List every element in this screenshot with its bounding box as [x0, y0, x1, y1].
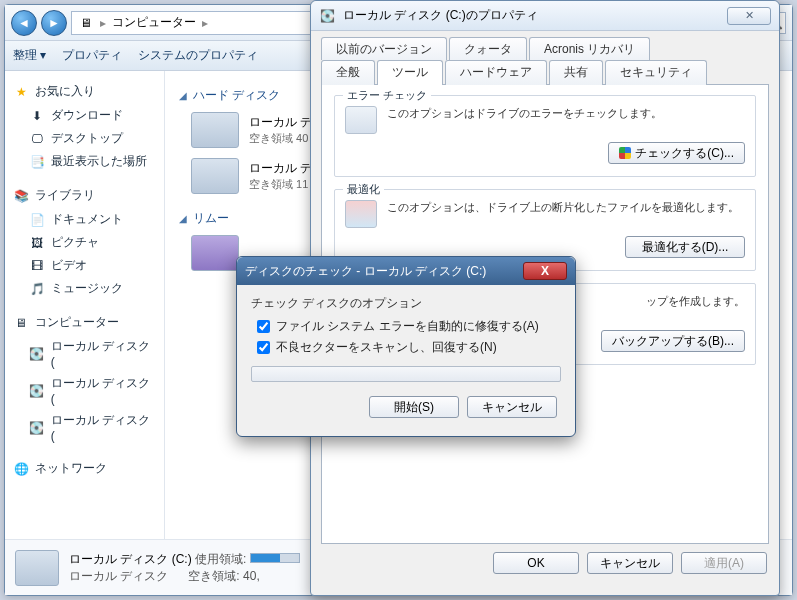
group-text: このオプションはドライブのエラーをチェックします。 — [387, 106, 745, 121]
progress-bar — [251, 366, 561, 382]
tab-acronis[interactable]: Acronis リカバリ — [529, 37, 650, 60]
status-free-value: 40, — [243, 569, 260, 583]
drive-icon: 💽 — [319, 8, 335, 24]
document-icon: 📄 — [29, 212, 45, 228]
close-button[interactable]: ✕ — [727, 7, 771, 25]
drive-icon: 💽 — [29, 383, 45, 399]
start-button[interactable]: 開始(S) — [369, 396, 459, 418]
favorites-head[interactable]: ★お気に入り — [9, 79, 160, 104]
status-free-label: 空き領域: — [188, 569, 239, 583]
chevron-right-icon: ▸ — [202, 16, 208, 30]
computer-icon: 🖥 — [78, 15, 94, 31]
cancel-button[interactable]: キャンセル — [587, 552, 673, 574]
group-legend: 最適化 — [343, 182, 384, 197]
checkdisk-body: チェック ディスクのオプション ファイル システム エラーを自動的に修復する(A… — [237, 285, 575, 436]
dialog-buttons: OK キャンセル 適用(A) — [311, 544, 779, 582]
properties-title: ローカル ディスク (C:)のプロパティ — [343, 7, 538, 24]
sidebar-item-downloads[interactable]: ⬇ダウンロード — [9, 104, 160, 127]
drive-icon — [15, 550, 59, 586]
backup-button[interactable]: バックアップする(B)... — [601, 330, 745, 352]
floppy-icon — [191, 235, 239, 271]
network-head[interactable]: 🌐ネットワーク — [9, 456, 160, 481]
drive-icon — [191, 112, 239, 148]
forward-button[interactable]: ► — [41, 10, 67, 36]
option-autofix[interactable]: ファイル システム エラーを自動的に修復する(A) — [257, 318, 561, 335]
usage-bar — [250, 553, 300, 563]
download-icon: ⬇ — [29, 108, 45, 124]
tab-quota[interactable]: クォータ — [449, 37, 527, 60]
check-icon — [345, 106, 377, 134]
apply-button[interactable]: 適用(A) — [681, 552, 767, 574]
chevron-down-icon: ◢ — [179, 213, 187, 224]
options-label: チェック ディスクのオプション — [251, 295, 561, 312]
sidebar-item-localdisk[interactable]: 💽ローカル ディスク ( — [9, 409, 160, 446]
tab-hardware[interactable]: ハードウェア — [445, 60, 547, 85]
drive-icon: 💽 — [29, 420, 45, 436]
close-button[interactable]: X — [523, 262, 567, 280]
system-properties-button[interactable]: システムのプロパティ — [138, 47, 258, 64]
shield-icon — [619, 147, 631, 159]
back-button[interactable]: ◄ — [11, 10, 37, 36]
recent-icon: 📑 — [29, 154, 45, 170]
sidebar-item-desktop[interactable]: 🖵デスクトップ — [9, 127, 160, 150]
checkbox-scan-recover[interactable] — [257, 341, 270, 354]
sidebar-item-localdisk[interactable]: 💽ローカル ディスク ( — [9, 335, 160, 372]
tab-security[interactable]: セキュリティ — [605, 60, 707, 85]
sidebar-item-music[interactable]: 🎵ミュージック — [9, 277, 160, 300]
network-icon: 🌐 — [13, 461, 29, 477]
group-text: このオプションは、ドライブ上の断片化したファイルを最適化します。 — [387, 200, 745, 215]
cancel-button[interactable]: キャンセル — [467, 396, 557, 418]
tab-sharing[interactable]: 共有 — [549, 60, 603, 85]
video-icon: 🎞 — [29, 258, 45, 274]
breadcrumb-root[interactable]: コンピューター — [112, 14, 196, 31]
status-type: ローカル ディスク — [69, 569, 168, 583]
properties-button[interactable]: プロパティ — [62, 47, 122, 64]
chevron-down-icon: ◢ — [179, 90, 187, 101]
ok-button[interactable]: OK — [493, 552, 579, 574]
status-used-label: 使用領域: — [195, 552, 246, 566]
computer-head[interactable]: 🖥コンピューター — [9, 310, 160, 335]
star-icon: ★ — [13, 84, 29, 100]
libraries-head[interactable]: 📚ライブラリ — [9, 183, 160, 208]
checkbox-autofix[interactable] — [257, 320, 270, 333]
checkdisk-titlebar[interactable]: ディスクのチェック - ローカル ディスク (C:) X — [237, 257, 575, 285]
group-legend: エラー チェック — [343, 88, 431, 103]
sidebar-item-documents[interactable]: 📄ドキュメント — [9, 208, 160, 231]
sidebar: ★お気に入り ⬇ダウンロード 🖵デスクトップ 📑最近表示した場所 📚ライブラリ … — [5, 71, 165, 539]
defrag-icon — [345, 200, 377, 228]
drive-icon: 💽 — [29, 346, 45, 362]
library-icon: 📚 — [13, 188, 29, 204]
checkdisk-dialog: ディスクのチェック - ローカル ディスク (C:) X チェック ディスクのオ… — [236, 256, 576, 437]
music-icon: 🎵 — [29, 281, 45, 297]
computer-icon: 🖥 — [13, 315, 29, 331]
option-scan-recover[interactable]: 不良セクターをスキャンし、回復する(N) — [257, 339, 561, 356]
defrag-button[interactable]: 最適化する(D)... — [625, 236, 745, 258]
tab-general[interactable]: 全般 — [321, 60, 375, 85]
drive-icon — [191, 158, 239, 194]
chevron-right-icon: ▸ — [100, 16, 106, 30]
status-name: ローカル ディスク (C:) — [69, 552, 192, 566]
organize-menu[interactable]: 整理 ▾ — [13, 47, 46, 64]
sidebar-item-localdisk[interactable]: 💽ローカル ディスク ( — [9, 372, 160, 409]
tab-tools[interactable]: ツール — [377, 60, 443, 85]
desktop-icon: 🖵 — [29, 131, 45, 147]
properties-titlebar[interactable]: 💽 ローカル ディスク (C:)のプロパティ ✕ — [311, 1, 779, 31]
pictures-icon: 🖼 — [29, 235, 45, 251]
check-now-button[interactable]: チェックする(C)... — [608, 142, 745, 164]
checkdisk-title: ディスクのチェック - ローカル ディスク (C:) — [245, 263, 486, 280]
group-error-check: エラー チェック このオプションはドライブのエラーをチェックします。 チェックす… — [334, 95, 756, 177]
sidebar-item-videos[interactable]: 🎞ビデオ — [9, 254, 160, 277]
sidebar-item-recent[interactable]: 📑最近表示した場所 — [9, 150, 160, 173]
tab-previous-versions[interactable]: 以前のバージョン — [321, 37, 447, 60]
sidebar-item-pictures[interactable]: 🖼ピクチャ — [9, 231, 160, 254]
